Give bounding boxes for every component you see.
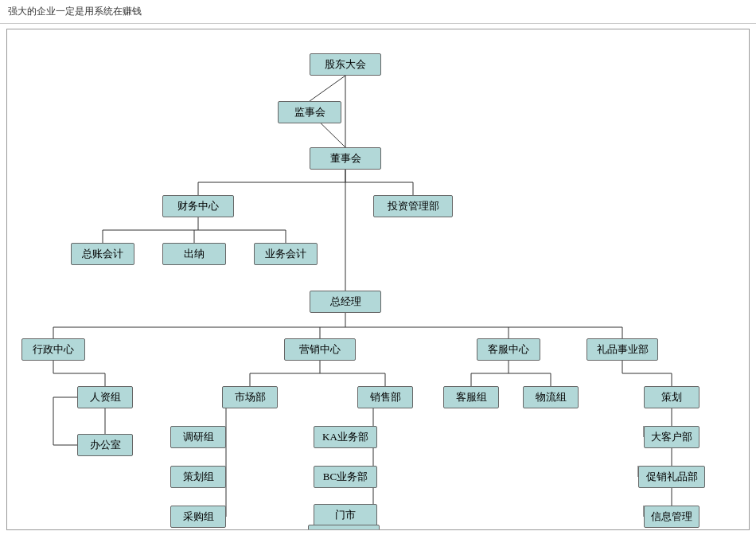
node-ka: KA业务部 xyxy=(314,426,377,448)
node-caiwu: 财务中心 xyxy=(162,195,234,217)
node-bangongshi: 办公室 xyxy=(77,434,133,456)
node-touzi: 投资管理部 xyxy=(373,195,453,217)
node-jianshu: 监事会 xyxy=(278,101,341,123)
node-shichangbu: 市场部 xyxy=(222,386,278,408)
node-xiaoshoubu: 销售部 xyxy=(357,386,413,408)
node-zhangkuai: 总账会计 xyxy=(71,243,134,265)
node-cehua: 策划 xyxy=(644,386,699,408)
node-bc: BC业务部 xyxy=(314,466,377,488)
node-dongshi: 董事会 xyxy=(310,147,381,170)
node-diaoyanz: 调研组 xyxy=(170,426,226,448)
node-renzu: 人资组 xyxy=(77,386,133,408)
svg-line-0 xyxy=(310,76,345,101)
node-kefu-center: 客服中心 xyxy=(477,338,540,361)
node-wuliuzu: 物流组 xyxy=(523,386,579,408)
node-dakehub: 大客户部 xyxy=(644,426,699,448)
page-title: 强大的企业一定是用系统在赚钱 xyxy=(0,0,756,24)
node-cehuaz: 策划组 xyxy=(170,466,226,488)
node-pinpai: 品牌运营部 xyxy=(308,525,380,530)
node-caigou: 采购组 xyxy=(170,506,226,528)
node-xinxi: 信息管理 xyxy=(644,506,699,528)
node-gudong: 股东大会 xyxy=(310,53,381,76)
node-menshi: 门市 xyxy=(314,504,377,526)
node-yingxiao: 营销中心 xyxy=(284,338,356,361)
node-lipin: 礼品事业部 xyxy=(586,338,658,361)
node-xingzheng: 行政中心 xyxy=(21,338,85,361)
node-yewu: 业务会计 xyxy=(254,243,318,265)
node-cuxiao: 促销礼品部 xyxy=(638,466,705,488)
node-chuna: 出纳 xyxy=(162,243,226,265)
node-kefuzu: 客服组 xyxy=(443,386,499,408)
node-zongjingli: 总经理 xyxy=(310,291,381,313)
chart-area: 股东大会 监事会 董事会 财务中心 投资管理部 总账会计 出纳 业务会计 总经理… xyxy=(6,29,750,530)
